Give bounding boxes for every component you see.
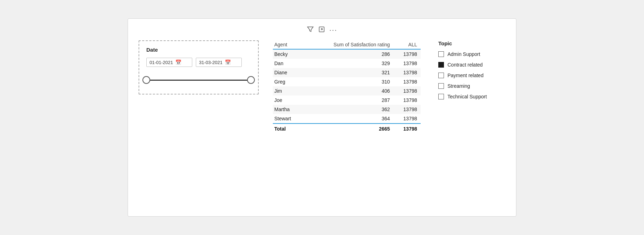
cell-sum: 310 — [304, 77, 393, 86]
table-row: Dan 329 13798 — [273, 59, 421, 68]
cell-all: 13798 — [393, 68, 421, 77]
table-row: Jim 406 13798 — [273, 86, 421, 96]
data-table-section: Agent Sum of Satisfaction rating ALL Bec… — [273, 40, 421, 134]
cell-sum: 364 — [304, 114, 393, 124]
cell-agent: Stewart — [273, 114, 304, 124]
total-label: Total — [273, 124, 304, 134]
cell-sum: 362 — [304, 105, 393, 114]
main-card: ··· Date 01-01-2021 📅 31-03-2021 📅 — [128, 18, 516, 217]
legend-label: Admin Support — [447, 51, 480, 57]
cell-sum: 287 — [304, 96, 393, 105]
start-date-calendar-icon[interactable]: 📅 — [175, 59, 181, 65]
filter-icon[interactable] — [307, 26, 314, 35]
toolbar: ··· — [139, 26, 505, 35]
legend-label: Contract related — [447, 62, 483, 68]
cell-all: 13798 — [393, 105, 421, 114]
expand-icon[interactable] — [318, 26, 325, 35]
legend-item[interactable]: Streaming — [438, 83, 505, 89]
slider-thumb-right[interactable] — [247, 76, 255, 84]
legend-checkbox[interactable] — [438, 73, 444, 78]
end-date-input[interactable]: 31-03-2021 📅 — [196, 58, 242, 67]
legend-item[interactable]: Payment related — [438, 73, 505, 78]
legend-item[interactable]: Technical Support — [438, 94, 505, 99]
legend-section: Topic Admin Support Contract related Pay… — [435, 40, 505, 104]
cell-sum: 321 — [304, 68, 393, 77]
content-row: Date 01-01-2021 📅 31-03-2021 📅 — [139, 40, 505, 134]
col-all: ALL — [393, 40, 421, 49]
cell-agent: Jim — [273, 86, 304, 96]
total-sum: 2665 — [304, 124, 393, 134]
cell-all: 13798 — [393, 86, 421, 96]
end-date-calendar-icon[interactable]: 📅 — [225, 59, 231, 65]
legend-item[interactable]: Admin Support — [438, 51, 505, 57]
start-date-input[interactable]: 01-01-2021 📅 — [146, 58, 192, 67]
legend-checkbox[interactable] — [438, 83, 444, 89]
cell-agent: Becky — [273, 49, 304, 59]
cell-all: 13798 — [393, 77, 421, 86]
table-body: Becky 286 13798 Dan 329 13798 Diane 321 … — [273, 49, 421, 124]
legend-label: Payment related — [447, 73, 484, 78]
data-table: Agent Sum of Satisfaction rating ALL Bec… — [273, 40, 421, 134]
legend-title: Topic — [438, 40, 505, 46]
cell-agent: Martha — [273, 105, 304, 114]
legend-checkbox[interactable] — [438, 51, 444, 57]
table-row: Stewart 364 13798 — [273, 114, 421, 124]
cell-agent: Dan — [273, 59, 304, 68]
slider-track — [146, 80, 251, 81]
table-total-row: Total 2665 13798 — [273, 124, 421, 134]
date-slicer: Date 01-01-2021 📅 31-03-2021 📅 — [139, 40, 259, 94]
cell-sum: 286 — [304, 49, 393, 59]
table-row: Becky 286 13798 — [273, 49, 421, 59]
table-header-row: Agent Sum of Satisfaction rating ALL — [273, 40, 421, 49]
legend-checkbox[interactable] — [438, 62, 444, 68]
legend-items: Admin Support Contract related Payment r… — [438, 51, 505, 99]
cell-all: 13798 — [393, 59, 421, 68]
table-row: Joe 287 13798 — [273, 96, 421, 105]
table-row: Greg 310 13798 — [273, 77, 421, 86]
col-agent: Agent — [273, 40, 304, 49]
date-slicer-title: Date — [146, 47, 251, 53]
col-sum: Sum of Satisfaction rating — [304, 40, 393, 49]
table-row: Martha 362 13798 — [273, 105, 421, 114]
legend-label: Streaming — [447, 83, 470, 89]
date-inputs-row: 01-01-2021 📅 31-03-2021 📅 — [146, 58, 251, 67]
cell-agent: Joe — [273, 96, 304, 105]
total-all: 13798 — [393, 124, 421, 134]
cell-all: 13798 — [393, 49, 421, 59]
cell-agent: Greg — [273, 77, 304, 86]
cell-all: 13798 — [393, 96, 421, 105]
more-options-icon[interactable]: ··· — [329, 26, 338, 35]
cell-sum: 329 — [304, 59, 393, 68]
slider-thumb-left[interactable] — [142, 76, 150, 84]
legend-label: Technical Support — [447, 94, 487, 99]
slider-track-container — [146, 75, 251, 85]
cell-all: 13798 — [393, 114, 421, 124]
legend-item[interactable]: Contract related — [438, 62, 505, 68]
end-date-value: 31-03-2021 — [199, 60, 223, 65]
legend-checkbox[interactable] — [438, 94, 444, 99]
table-row: Diane 321 13798 — [273, 68, 421, 77]
cell-agent: Diane — [273, 68, 304, 77]
start-date-value: 01-01-2021 — [150, 60, 173, 65]
cell-sum: 406 — [304, 86, 393, 96]
